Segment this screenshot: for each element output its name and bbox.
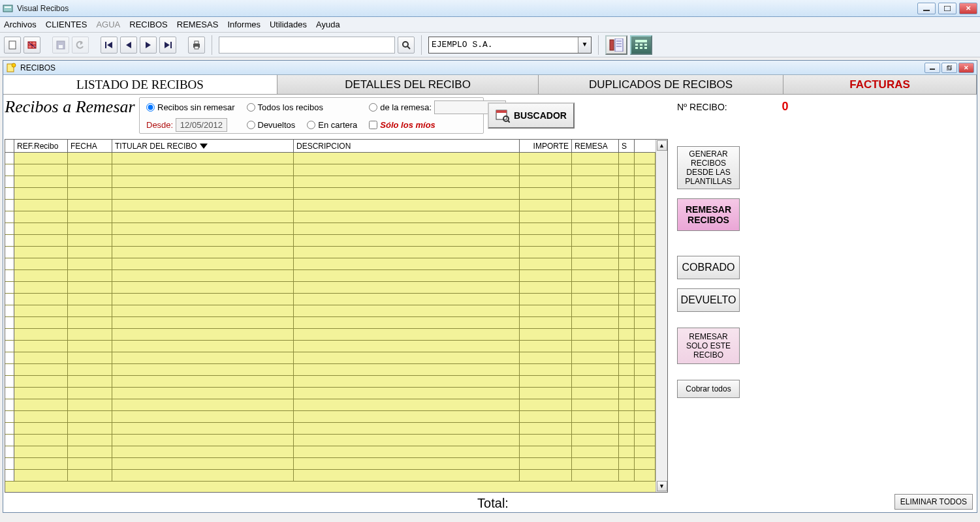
radio-todos[interactable]: Todos los recibos	[247, 102, 358, 112]
table-cell[interactable]	[572, 399, 619, 411]
table-cell[interactable]	[14, 305, 68, 317]
table-cell[interactable]	[619, 200, 635, 211]
table-cell[interactable]	[635, 305, 656, 317]
table-cell[interactable]	[294, 258, 520, 270]
table-cell[interactable]	[68, 188, 112, 200]
table-cell[interactable]	[635, 294, 656, 305]
table-cell[interactable]	[635, 188, 656, 200]
eliminar-todos-button[interactable]: ELIMINAR TODOS	[894, 494, 973, 510]
table-cell[interactable]	[520, 211, 572, 223]
table-cell[interactable]	[112, 470, 294, 482]
radio-de-la-remesa-input[interactable]	[369, 103, 377, 112]
table-cell[interactable]	[635, 247, 656, 258]
tab-facturas[interactable]: FACTURAS	[783, 75, 977, 94]
calculator-button[interactable]	[630, 35, 652, 55]
menu-remesas[interactable]: REMESAS	[177, 20, 219, 29]
table-cell[interactable]	[112, 176, 294, 188]
table-cell[interactable]	[14, 247, 68, 258]
table-row[interactable]	[5, 223, 656, 235]
table-cell[interactable]	[294, 176, 520, 188]
table-cell[interactable]	[520, 423, 572, 435]
table-cell[interactable]	[619, 188, 635, 200]
table-cell[interactable]	[619, 470, 635, 482]
menu-informes[interactable]: Informes	[227, 20, 261, 29]
table-cell[interactable]	[14, 458, 68, 470]
menu-clientes[interactable]: CLIENTES	[46, 20, 87, 29]
table-cell[interactable]	[572, 164, 619, 176]
table-cell[interactable]	[635, 223, 656, 235]
table-cell[interactable]	[294, 164, 520, 176]
radio-en-cartera-input[interactable]	[307, 121, 315, 129]
table-cell[interactable]	[619, 294, 635, 305]
table-cell[interactable]	[635, 352, 656, 364]
table-cell[interactable]	[112, 211, 294, 223]
table-cell[interactable]	[5, 317, 14, 329]
table-cell[interactable]	[635, 364, 656, 376]
table-cell[interactable]	[294, 446, 520, 458]
radio-todos-input[interactable]	[247, 103, 255, 112]
table-cell[interactable]	[14, 235, 68, 247]
remesar-solo-button[interactable]: REMESAR SOLO ESTE RECIBO	[677, 328, 740, 364]
table-cell[interactable]	[572, 388, 619, 399]
table-cell[interactable]	[572, 329, 619, 341]
table-cell[interactable]	[5, 364, 14, 376]
table-cell[interactable]	[5, 223, 14, 235]
grid-header-remesa[interactable]: REMESA	[572, 140, 619, 152]
table-row[interactable]	[5, 458, 656, 470]
table-cell[interactable]	[14, 153, 68, 164]
table-cell[interactable]	[520, 329, 572, 341]
table-cell[interactable]	[14, 200, 68, 211]
menu-ayuda[interactable]: Ayuda	[316, 20, 340, 29]
table-cell[interactable]	[294, 200, 520, 211]
grid-header-selector[interactable]	[5, 140, 14, 152]
table-cell[interactable]	[520, 435, 572, 446]
table-cell[interactable]	[619, 458, 635, 470]
table-cell[interactable]	[14, 411, 68, 423]
tab-detalles[interactable]: DETALLES DEL RECIBO	[277, 75, 539, 94]
table-row[interactable]	[5, 305, 656, 317]
table-cell[interactable]	[294, 188, 520, 200]
table-cell[interactable]	[520, 388, 572, 399]
table-cell[interactable]	[68, 470, 112, 482]
table-cell[interactable]	[572, 305, 619, 317]
grid[interactable]: REF.Recibo FECHA TITULAR DEL RECIBO DESC…	[5, 139, 668, 493]
new-doc-button[interactable]	[4, 37, 21, 54]
table-cell[interactable]	[572, 352, 619, 364]
table-cell[interactable]	[572, 411, 619, 423]
table-cell[interactable]	[572, 364, 619, 376]
close-button[interactable]: ✕	[959, 3, 977, 14]
table-row[interactable]	[5, 200, 656, 211]
table-cell[interactable]	[112, 188, 294, 200]
scroll-down-button[interactable]: ▼	[657, 481, 667, 491]
table-cell[interactable]	[14, 435, 68, 446]
table-cell[interactable]	[294, 247, 520, 258]
table-cell[interactable]	[5, 153, 14, 164]
table-cell[interactable]	[619, 235, 635, 247]
table-cell[interactable]	[112, 435, 294, 446]
table-cell[interactable]	[5, 294, 14, 305]
table-cell[interactable]	[112, 235, 294, 247]
table-cell[interactable]	[14, 270, 68, 282]
table-cell[interactable]	[5, 458, 14, 470]
table-cell[interactable]	[112, 282, 294, 294]
table-cell[interactable]	[294, 270, 520, 282]
table-row[interactable]	[5, 364, 656, 376]
table-cell[interactable]	[520, 247, 572, 258]
table-cell[interactable]	[294, 435, 520, 446]
table-cell[interactable]	[68, 329, 112, 341]
table-cell[interactable]	[619, 223, 635, 235]
table-cell[interactable]	[520, 282, 572, 294]
nav-prev-button[interactable]	[120, 37, 137, 54]
radio-de-la-remesa[interactable]: de la remesa: 0	[369, 100, 506, 114]
table-cell[interactable]	[5, 235, 14, 247]
cobrado-button[interactable]: COBRADO	[677, 256, 740, 279]
table-cell[interactable]	[5, 247, 14, 258]
grid-header-titular[interactable]: TITULAR DEL RECIBO	[112, 140, 294, 152]
table-row[interactable]	[5, 176, 656, 188]
buscador-button[interactable]: BUSCADOR	[488, 102, 575, 129]
table-cell[interactable]	[520, 258, 572, 270]
table-cell[interactable]	[294, 470, 520, 482]
table-cell[interactable]	[520, 458, 572, 470]
table-cell[interactable]	[112, 270, 294, 282]
tab-duplicados[interactable]: DUPLICADOS DE RECIBOS	[539, 75, 783, 94]
